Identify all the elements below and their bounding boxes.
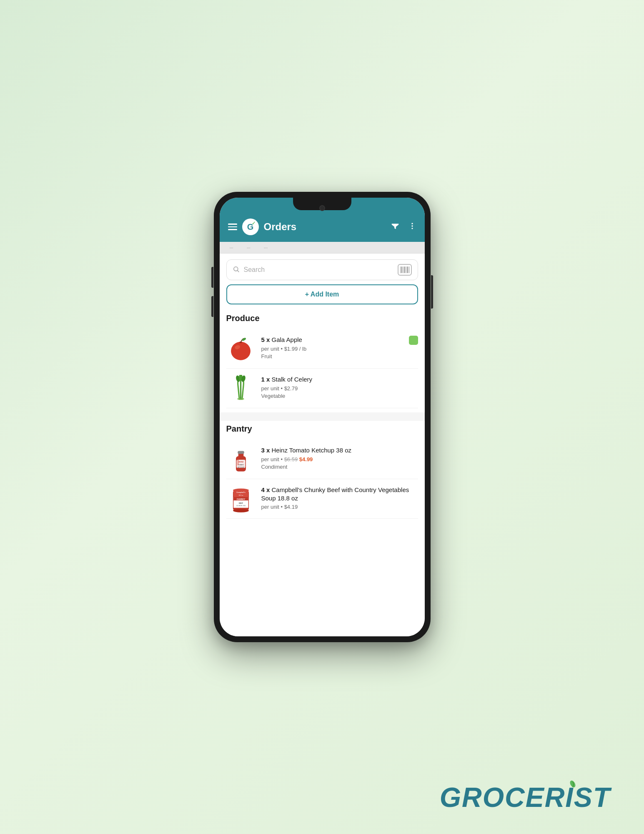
produce-category: Produce xyxy=(220,310,425,408)
list-item[interactable]: HEINZ TOMATO KETCHUP xyxy=(226,440,418,479)
product-image-celery xyxy=(226,374,256,403)
product-price-ketchup: per unit • $6.59 $4.99 xyxy=(261,456,418,462)
product-name-apple: 5 x Gala Apple xyxy=(261,336,403,344)
produce-category-title: Produce xyxy=(226,314,418,323)
search-placeholder[interactable]: Search xyxy=(244,266,393,274)
app-logo: G✓ xyxy=(242,219,259,235)
product-tag-apple: Fruit xyxy=(261,353,403,359)
product-name-ketchup: 3 x Heinz Tomato Ketchup 38 oz xyxy=(261,446,418,455)
product-info-soup: 4 x Campbell's Chunky Beef with Country … xyxy=(261,484,418,511)
search-bar[interactable]: Search xyxy=(226,259,418,280)
product-tag-ketchup: Condiment xyxy=(261,464,418,470)
product-info-apple: 5 x Gala Apple per unit • $1.99 / lb Fru… xyxy=(261,334,403,359)
svg-text:CHUNKY: CHUNKY xyxy=(236,498,245,500)
svg-point-22 xyxy=(233,509,248,512)
svg-rect-18 xyxy=(238,451,244,454)
product-price-apple: per unit • $1.99 / lb xyxy=(261,346,403,352)
product-info-ketchup: 3 x Heinz Tomato Ketchup 38 oz per unit … xyxy=(261,445,418,470)
svg-point-0 xyxy=(411,223,413,224)
product-info-celery: 1 x Stalk of Celery per unit • $2.79 Veg… xyxy=(261,374,418,399)
grocerist-brand: GROCER I ST xyxy=(440,784,611,811)
chat-badge-apple[interactable] xyxy=(409,336,418,345)
product-image-apple xyxy=(226,334,256,363)
menu-icon[interactable] xyxy=(228,224,237,230)
search-section: Search xyxy=(220,254,425,284)
svg-text:Campbell's: Campbell's xyxy=(236,491,246,493)
list-item[interactable]: CHUNKY BEEF COUNTRY VEG Campbell's 18.8 … xyxy=(226,479,418,519)
product-price-soup: per unit • $4.19 xyxy=(261,504,418,510)
pantry-category: Pantry HEINZ TOMATO KETCHUP xyxy=(220,421,425,519)
product-image-soup: CHUNKY BEEF COUNTRY VEG Campbell's 18.8 … xyxy=(226,484,256,513)
phone-notch xyxy=(293,198,351,210)
product-image-ketchup: HEINZ TOMATO KETCHUP xyxy=(226,445,256,474)
pantry-category-title: Pantry xyxy=(226,424,418,434)
filter-icon[interactable] xyxy=(391,221,400,233)
phone-frame: G✓ Orders ··· ··· ··· xyxy=(214,192,431,642)
svg-point-1 xyxy=(411,225,413,226)
tab-partial-3: ··· xyxy=(261,244,271,251)
svg-line-4 xyxy=(237,270,238,271)
svg-rect-19 xyxy=(237,457,238,466)
list-item[interactable]: 5 x Gala Apple per unit • $1.99 / lb Fru… xyxy=(226,329,418,369)
product-name-celery: 1 x Stalk of Celery xyxy=(261,375,418,384)
svg-text:COUNTRY VEG: COUNTRY VEG xyxy=(236,505,246,507)
product-name-soup: 4 x Campbell's Chunky Beef with Country … xyxy=(261,486,418,502)
add-item-section: + Add Item xyxy=(220,284,425,310)
volume-up-button xyxy=(211,267,213,288)
svg-text:KETCHUP: KETCHUP xyxy=(237,467,244,468)
svg-text:HEINZ: HEINZ xyxy=(238,461,243,463)
barcode-scan-icon[interactable] xyxy=(398,264,412,276)
more-options-icon[interactable] xyxy=(408,222,416,232)
tab-partial-2: ··· xyxy=(243,244,254,251)
svg-point-5 xyxy=(231,342,251,360)
category-divider xyxy=(220,412,425,421)
volume-down-button xyxy=(211,296,213,317)
search-icon xyxy=(233,266,240,274)
tab-partial-1: ··· xyxy=(226,244,237,251)
product-tag-celery: Vegetable xyxy=(261,393,418,399)
svg-text:18.8 oz: 18.8 oz xyxy=(238,495,243,496)
svg-text:BEEF: BEEF xyxy=(239,502,243,504)
list-item[interactable]: 1 x Stalk of Celery per unit • $2.79 Veg… xyxy=(226,369,418,408)
order-tabs-partial: ··· ··· ··· xyxy=(220,242,425,254)
svg-point-2 xyxy=(411,228,413,229)
phone-camera xyxy=(319,205,325,211)
phone-screen: G✓ Orders ··· ··· ··· xyxy=(220,198,425,636)
product-price-celery: per unit • $2.79 xyxy=(261,385,418,392)
add-item-button[interactable]: + Add Item xyxy=(226,284,418,304)
power-button xyxy=(431,275,433,309)
page-title: Orders xyxy=(264,221,386,233)
scroll-content: ··· ··· ··· Search xyxy=(220,242,425,636)
